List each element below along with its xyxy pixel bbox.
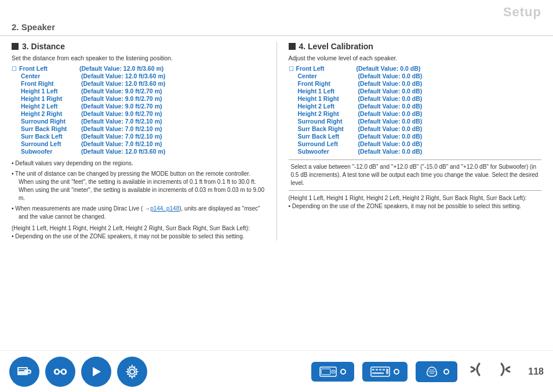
svg-rect-1: [19, 368, 27, 369]
table-row: Height 1 Left (Default Value: 0.0 dB): [289, 88, 542, 95]
table-row: Height 1 Right (Default Value: 0.0 dB): [289, 95, 542, 102]
svg-rect-21: [372, 372, 384, 374]
level-desc: Adjust the volume level of each speaker.: [289, 55, 542, 61]
table-row: ☐ Front Left (Default Value: 12.0 ft/3.6…: [12, 65, 265, 72]
distance-notes: Default values vary depending on the reg…: [12, 159, 265, 221]
connection-icon[interactable]: [45, 357, 75, 387]
table-row: Height 1 Right (Default Value: 9.0 ft/2.…: [12, 95, 265, 102]
table-row: Front Right (Default Value: 0.0 dB): [289, 80, 542, 87]
table-row: Height 2 Right (Default Value: 0.0 dB): [289, 110, 542, 117]
svg-rect-17: [372, 369, 374, 371]
table-row: Front Right (Default Value: 12.0 ft/3.60…: [12, 80, 265, 87]
table-row: Height 2 Right (Default Value: 9.0 ft/2.…: [12, 110, 265, 117]
disc-icon[interactable]: [9, 357, 39, 387]
level-speaker-list: ☐ Front Left (Default Value: 0.0 dB) Cen…: [289, 65, 542, 155]
distance-note-block: (Height 1 Left, Height 1 Right, Height 2…: [12, 224, 265, 241]
table-row: Surr Back Left (Default Value: 0.0 dB): [289, 133, 542, 140]
table-row: Surr Back Left (Default Value: 7.0 ft/2.…: [12, 133, 265, 140]
level-note-block: (Height 1 Left, Height 1 Right, Height 2…: [289, 194, 542, 210]
gear-icon[interactable]: [117, 357, 147, 387]
forward-button[interactable]: [494, 359, 515, 384]
table-row: Surround Left (Default Value: 0.0 dB): [289, 140, 542, 147]
device1-dot: [340, 369, 346, 375]
remote-icon[interactable]: [416, 361, 457, 382]
column-divider: [276, 42, 277, 241]
distance-column: 3. Distance Set the distance from each s…: [12, 42, 265, 241]
square-icon: [289, 43, 296, 50]
table-row: Surround Right (Default Value: 7.0 ft/2.…: [12, 118, 265, 125]
level-heading: 4. Level Calibration: [289, 42, 542, 51]
table-row: Subwoofer (Default Value: 0.0 dB): [289, 148, 542, 155]
level-column: 4. Level Calibration Adjust the volume l…: [289, 42, 542, 241]
bottom-bar: 118: [0, 350, 553, 392]
table-row: Center (Default Value: 0.0 dB): [289, 72, 542, 79]
svg-rect-22: [386, 369, 388, 374]
distance-heading: 3. Distance: [12, 42, 265, 51]
nav-icons-left: [9, 357, 147, 387]
play-icon[interactable]: [81, 357, 111, 387]
back-button[interactable]: [465, 359, 486, 384]
table-row: Surround Left (Default Value: 7.0 ft/2.1…: [12, 140, 265, 147]
table-row: Surr Back Right (Default Value: 0.0 dB): [289, 125, 542, 132]
table-row: ☐ Front Left (Default Value: 0.0 dB): [289, 65, 542, 72]
device2-dot: [394, 369, 399, 375]
svg-point-15: [333, 371, 334, 372]
note-item: The unit of distance can be changed by p…: [12, 170, 265, 202]
checkbox-icon: ☐: [12, 66, 17, 72]
svg-rect-13: [321, 369, 330, 375]
table-row: Center (Default Value: 12.0 ft/3.60 m): [12, 72, 265, 79]
device1-icon[interactable]: [311, 362, 354, 382]
header-title: Setup: [0, 0, 553, 22]
nav-icons-right: 118: [311, 359, 544, 384]
table-row: Surround Right (Default Value: 0.0 dB): [289, 118, 542, 125]
remote-dot: [443, 369, 449, 375]
table-row: Height 1 Left (Default Value: 9.0 ft/2.7…: [12, 88, 265, 95]
table-row: Surr Back Right (Default Value: 7.0 ft/2…: [12, 125, 265, 132]
square-icon: [12, 43, 19, 50]
table-row: Height 2 Left (Default Value: 0.0 dB): [289, 103, 542, 110]
note-item: When measurements are made using Dirac L…: [12, 205, 265, 221]
distance-desc: Set the distance from each speaker to th…: [12, 55, 265, 61]
svg-point-11: [130, 369, 134, 374]
table-row: Subwoofer (Default Value: 12.0 ft/3.60 m…: [12, 148, 265, 155]
svg-rect-2: [19, 370, 24, 371]
level-calibration-note: Select a value between "-12.0 dB" and "+…: [289, 159, 542, 191]
page-number: 118: [528, 366, 544, 377]
page-title: 2. Speaker: [0, 22, 553, 36]
checkbox-icon: ☐: [289, 66, 294, 72]
svg-marker-10: [93, 367, 101, 376]
distance-speaker-list: ☐ Front Left (Default Value: 12.0 ft/3.6…: [12, 65, 265, 155]
svg-rect-19: [379, 369, 381, 371]
svg-point-4: [28, 371, 30, 372]
svg-rect-18: [376, 369, 378, 371]
svg-rect-20: [383, 369, 385, 371]
table-row: Height 2 Left (Default Value: 9.0 ft/2.7…: [12, 103, 265, 110]
note-item: Default values vary depending on the reg…: [12, 159, 265, 168]
device2-icon[interactable]: [362, 362, 408, 382]
